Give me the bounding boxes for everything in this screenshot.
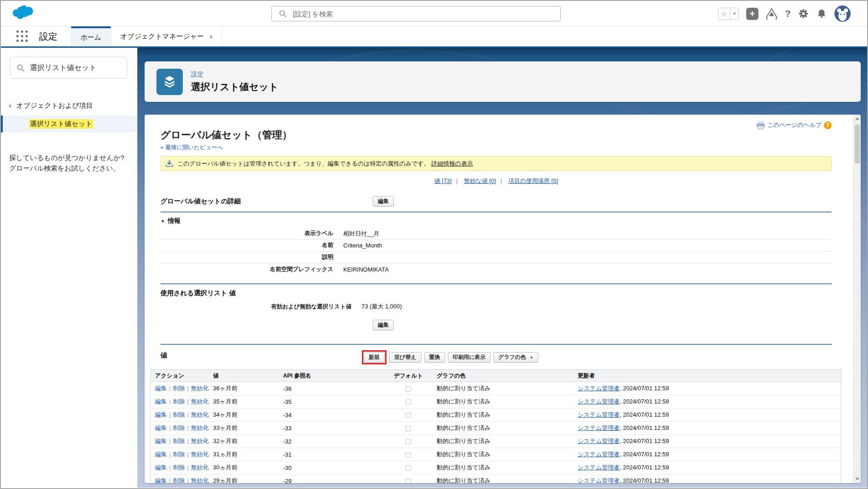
delete-link[interactable]: 削除: [173, 464, 185, 471]
usage-field-row: 有効および無効な選択リスト値 73 (最大 1,000): [161, 301, 832, 313]
edit-link[interactable]: 編集: [155, 477, 167, 483]
updated-by-link[interactable]: システム管理者: [578, 411, 620, 418]
printable-view-button[interactable]: 印刷用に表示: [448, 352, 491, 363]
updated-date: , 2024/07/01 12:59: [620, 464, 669, 471]
edit-link[interactable]: 編集: [155, 438, 167, 444]
delete-link[interactable]: 削除: [173, 411, 185, 418]
sidebar-group-objects-and-fields[interactable]: ∨ オブジェクトおよび項目: [8, 101, 137, 110]
field-value: 相対日付__月: [343, 230, 379, 238]
default-checkbox[interactable]: [406, 452, 411, 458]
col-header-api-name: API 参照名: [279, 370, 385, 382]
tab-home[interactable]: ホーム: [71, 26, 111, 46]
default-checkbox[interactable]: [406, 479, 411, 483]
detail-section-title: グローバル値セットの詳細: [161, 197, 241, 205]
banner-more-info-link[interactable]: 詳細情報の表示: [431, 160, 473, 168]
jump-link-field-usage[interactable]: 項目の使用場所 [5]: [508, 177, 558, 184]
default-checkbox[interactable]: [406, 439, 411, 444]
delete-link[interactable]: 削除: [173, 451, 185, 458]
deactivate-link[interactable]: 無効化: [191, 398, 209, 405]
chart-color-cell: 動的に割り当て済み: [432, 448, 573, 461]
vertical-scrollbar[interactable]: [853, 115, 861, 483]
default-checkbox[interactable]: [406, 413, 411, 418]
page-help-link[interactable]: このページのヘルプ: [768, 121, 822, 129]
edit-link[interactable]: 編集: [155, 385, 167, 392]
edit-link[interactable]: 編集: [155, 464, 167, 471]
scroll-down-icon[interactable]: [853, 475, 861, 482]
table-row: 編集|削除|無効化 32ヶ月前 -32 動的に割り当て済み システム管理者, 2…: [151, 435, 841, 448]
field-label: 名前: [161, 242, 343, 249]
new-button[interactable]: 新規: [364, 352, 385, 363]
delete-link[interactable]: 削除: [173, 438, 185, 444]
tab-object-manager[interactable]: オブジェクトマネージャー∨: [111, 26, 223, 46]
default-checkbox[interactable]: [406, 426, 411, 431]
notifications-bell-icon[interactable]: [816, 8, 827, 19]
delete-link[interactable]: 削除: [173, 477, 185, 483]
col-header-default: デフォルト: [385, 370, 432, 382]
deactivate-link[interactable]: 無効化: [191, 477, 209, 483]
delete-link[interactable]: 削除: [173, 398, 185, 405]
default-cell: [385, 474, 432, 484]
replace-button[interactable]: 置換: [424, 352, 445, 363]
edit-link[interactable]: 編集: [155, 424, 167, 431]
deactivate-link[interactable]: 無効化: [191, 385, 209, 392]
default-checkbox[interactable]: [406, 386, 411, 392]
updated-by-link[interactable]: システム管理者: [578, 477, 620, 483]
field-label: 説明: [161, 253, 343, 261]
jump-link-inactive-values[interactable]: 無効な値 [0]: [464, 177, 496, 184]
quick-find-input[interactable]: [29, 63, 117, 72]
usage-edit-button[interactable]: 編集: [373, 320, 394, 330]
chart-colors-dropdown-button[interactable]: グラフの色▼: [493, 352, 538, 363]
table-row: 編集|削除|無効化 36ヶ月前 -36 動的に割り当て済み システム管理者, 2…: [151, 382, 841, 395]
favorites-caret-icon[interactable]: ▼: [730, 8, 739, 20]
reorder-button[interactable]: 並び替え: [389, 352, 421, 363]
search-icon: [17, 64, 25, 72]
setup-gear-icon[interactable]: [798, 8, 809, 19]
default-checkbox[interactable]: [406, 399, 411, 405]
printer-icon[interactable]: [756, 121, 765, 129]
deactivate-link[interactable]: 無効化: [191, 451, 209, 458]
value-cell: 35ヶ月前: [209, 395, 279, 408]
table-row: 編集|削除|無効化 31ヵ月前 -31 動的に割り当て済み システム管理者, 2…: [151, 448, 841, 461]
default-cell: [385, 382, 432, 395]
col-header-chart-color: グラフの色: [432, 370, 573, 382]
updated-by-link[interactable]: システム管理者: [578, 451, 620, 458]
scrollbar-thumb[interactable]: [855, 125, 860, 163]
delete-link[interactable]: 削除: [173, 424, 185, 431]
updated-by-link[interactable]: システム管理者: [578, 424, 620, 431]
app-launcher-icon[interactable]: [16, 30, 28, 42]
global-search-input[interactable]: [292, 10, 545, 18]
values-section-title: 値: [161, 351, 167, 359]
updated-by-link[interactable]: システム管理者: [578, 385, 620, 392]
jump-link-values[interactable]: 値 [73]: [434, 177, 452, 184]
edit-link[interactable]: 編集: [155, 398, 167, 405]
add-icon[interactable]: +: [746, 8, 758, 20]
updated-by-cell: システム管理者, 2024/07/01 12:59: [573, 474, 841, 484]
updated-by-link[interactable]: システム管理者: [578, 398, 620, 405]
deactivate-link[interactable]: 無効化: [191, 464, 209, 471]
updated-date: , 2024/07/01 12:59: [620, 424, 669, 431]
detail-edit-button[interactable]: 編集: [373, 196, 394, 207]
updated-by-link[interactable]: システム管理者: [578, 464, 620, 471]
deactivate-link[interactable]: 無効化: [191, 411, 209, 418]
back-to-last-view-link[interactable]: « 最後に開いたビューへ: [161, 144, 223, 151]
deactivate-link[interactable]: 無効化: [191, 438, 209, 444]
help-icon[interactable]: ?: [785, 8, 791, 19]
value-cell: 32ヶ月前: [209, 435, 279, 448]
updated-by-link[interactable]: システム管理者: [578, 438, 620, 444]
edit-link[interactable]: 編集: [155, 451, 167, 458]
help-question-icon[interactable]: ?: [824, 121, 832, 129]
default-checkbox[interactable]: [406, 465, 411, 471]
guidance-center-icon[interactable]: [766, 8, 778, 20]
delete-link[interactable]: 削除: [173, 385, 185, 392]
updated-by-cell: システム管理者, 2024/07/01 12:59: [573, 422, 841, 435]
info-subsection-header[interactable]: ▼情報: [161, 217, 832, 225]
user-avatar[interactable]: [834, 5, 851, 22]
scroll-up-icon[interactable]: [853, 116, 861, 123]
table-row: 編集|削除|無効化 35ヶ月前 -35 動的に割り当て済み システム管理者, 2…: [151, 395, 841, 408]
deactivate-link[interactable]: 無効化: [191, 424, 209, 431]
favorites-star-icon[interactable]: ☆: [718, 8, 730, 20]
field-row: 名前空間プレフィックス KEIRINOMIKATA: [161, 263, 832, 275]
field-label: 表示ラベル: [161, 230, 343, 237]
edit-link[interactable]: 編集: [155, 411, 167, 418]
sidebar-item-picklist-value-sets[interactable]: 選択リスト値セット: [1, 116, 137, 132]
